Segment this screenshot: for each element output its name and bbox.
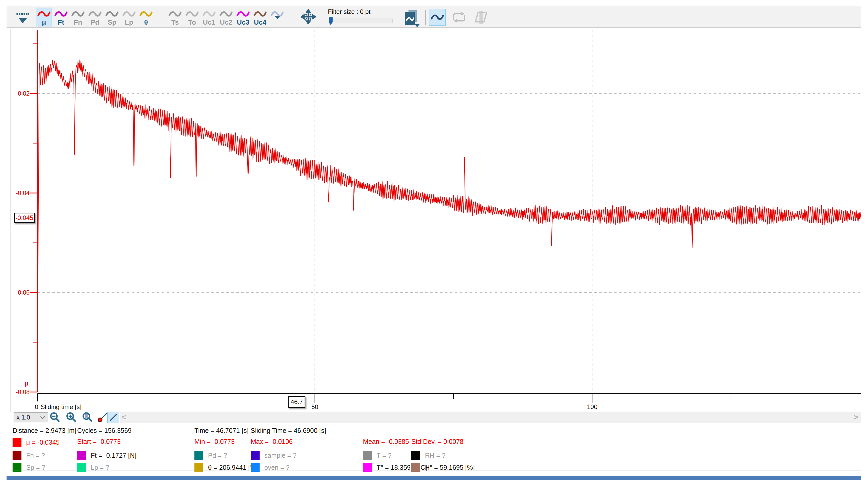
- stat-cell: Fn = ?: [12, 451, 45, 460]
- bottom-status-strip: [6, 476, 861, 480]
- horizontal-scrollbar[interactable]: [120, 412, 861, 423]
- stat-cell: sample = ?: [251, 451, 297, 460]
- stat-text: Distance = 2.9473 [m]: [12, 427, 76, 434]
- stat-cell: Mean = -0.0385: [363, 438, 409, 445]
- stat-text: Fn = ?: [26, 452, 45, 459]
- y-tick-label: -0.06: [14, 289, 30, 296]
- legend-color-chip: [411, 451, 420, 460]
- stat-text: Cycles = 156.3569: [77, 427, 132, 434]
- legend-color-chip: [194, 451, 203, 460]
- zoom-scale-select[interactable]: x 1.0: [13, 413, 48, 422]
- mu-curve: [37, 47, 861, 379]
- chevron-down-icon: [40, 416, 45, 419]
- marker-mode-button[interactable]: [96, 412, 108, 423]
- zoom-in-button[interactable]: [65, 412, 77, 423]
- x-axis-title: Sliding time [s]: [40, 403, 82, 411]
- x-origin-label: 0: [35, 403, 38, 411]
- stat-cell: Ft = -0.1727 [N]: [77, 451, 136, 460]
- stat-cell: Start = -0.0773: [77, 438, 121, 445]
- stat-text: Max = -0.0106: [251, 438, 293, 445]
- x-tick-label: 100: [584, 403, 600, 411]
- stat-text: Start = -0.0773: [77, 438, 121, 445]
- stat-cell: Time = 46.7071 [s]: [194, 427, 249, 434]
- chart-plot-area[interactable]: [0, 0, 868, 480]
- y-tick-label: -0.08: [14, 389, 30, 396]
- stat-text: T = ?: [377, 452, 392, 459]
- line-mode-button[interactable]: [107, 412, 119, 423]
- stat-text: oven = ?: [264, 464, 290, 471]
- legend-color-chip: [12, 451, 22, 460]
- y-tick-label: -0.02: [14, 90, 30, 97]
- y-axis-name: μ: [14, 380, 28, 387]
- stat-text: Pd = ?: [208, 452, 227, 459]
- stat-text: Time = 46.7071 [s]: [194, 427, 249, 434]
- zoom-region-button[interactable]: [82, 412, 93, 423]
- stats-divider: [10, 471, 861, 471]
- cursor-time-box: 46.7: [288, 396, 305, 408]
- stat-text: Sp = ?: [26, 464, 45, 471]
- zoom-out-button[interactable]: [49, 412, 61, 423]
- legend-color-chip: [363, 451, 372, 460]
- stat-text: Mean = -0.0385: [363, 438, 409, 445]
- x-axis-origin-and-title: 0 Sliding time [s]: [35, 403, 82, 411]
- x-tick-label: 50: [307, 403, 323, 411]
- cursor-value-box: -0.045: [14, 213, 35, 223]
- scroll-left-icon[interactable]: <: [121, 413, 126, 422]
- stat-text: H° = 59.1695 [%]: [425, 464, 475, 471]
- legend-color-chip: [12, 438, 22, 447]
- legend-color-chip: [251, 451, 259, 460]
- app-window: μFtFnPdSpLpθTsToUc1Uc2Uc3Uc4 Filter size…: [0, 0, 868, 480]
- stat-text: Lp = ?: [91, 464, 109, 471]
- stat-text: Ft = -0.1727 [N]: [91, 452, 136, 459]
- stat-cell: μ = -0.0345: [12, 438, 60, 447]
- stat-cell: Max = -0.0106: [251, 438, 293, 445]
- stat-text: RH = ?: [425, 452, 446, 459]
- stat-text: θ = 206.9441 [°]: [208, 464, 255, 471]
- scroll-right-icon[interactable]: >: [854, 413, 858, 422]
- y-tick-label: -0.04: [14, 189, 30, 197]
- stat-text: sample = ?: [264, 452, 297, 459]
- zoom-scale-value: x 1.0: [17, 414, 30, 421]
- stat-text: Std Dev. = 0.0078: [411, 438, 463, 445]
- stat-text: μ = -0.0345: [26, 439, 60, 446]
- stat-cell: Pd = ?: [194, 451, 227, 460]
- stat-cell: Distance = 2.9473 [m]: [12, 427, 76, 434]
- stat-cell: Sliding Time = 46.6900 [s]: [251, 427, 326, 434]
- stat-text: Sliding Time = 46.6900 [s]: [251, 427, 326, 434]
- stat-cell: Std Dev. = 0.0078: [411, 438, 463, 445]
- stat-cell: Min = -0.0773: [194, 438, 235, 445]
- stat-cell: RH = ?: [411, 451, 446, 460]
- stat-text: Min = -0.0773: [194, 438, 235, 445]
- stat-cell: Cycles = 156.3569: [77, 427, 132, 434]
- stat-cell: T = ?: [363, 451, 392, 460]
- legend-color-chip: [77, 451, 86, 460]
